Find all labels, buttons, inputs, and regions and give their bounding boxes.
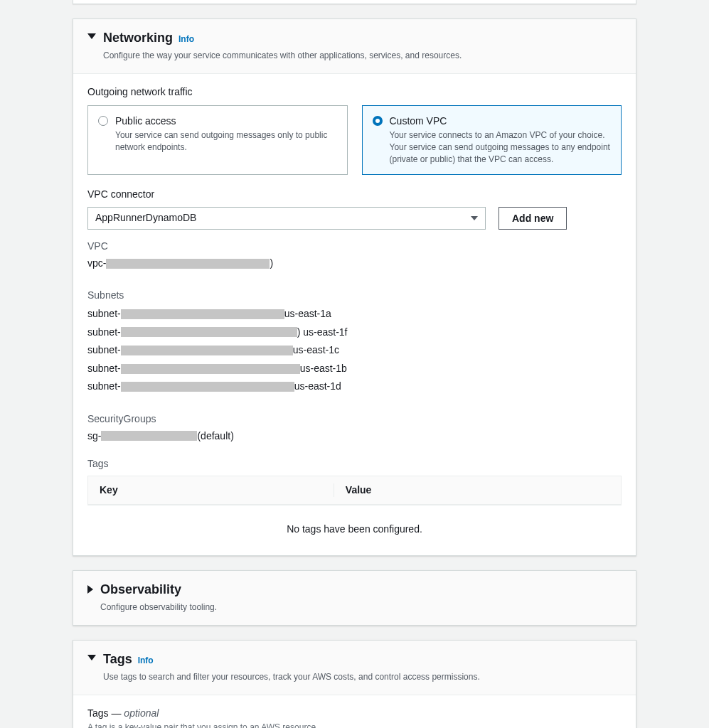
networking-header[interactable]: Networking Info Configure the way your s… [73, 19, 636, 74]
redacted-subnet-id [121, 309, 284, 319]
tags-hint: A tag is a key-value pair that you assig… [87, 722, 622, 728]
public-access-desc: Your service can send outgoing messages … [115, 129, 337, 154]
subnet-item: subnet- us-east-1d [87, 380, 622, 394]
redacted-subnet-id [121, 327, 297, 337]
redacted-subnet-id [121, 382, 294, 392]
tags-table: Key Value [87, 476, 622, 506]
vpc-connector-value: AppRunnerDynamoDB [95, 211, 196, 225]
public-access-title: Public access [115, 114, 337, 129]
security-group-value: sg- (default) [87, 429, 622, 444]
observability-desc: Configure observability tooling. [100, 601, 217, 614]
vpc-value: vpc- ) [87, 257, 622, 271]
observability-title: Observability [100, 581, 181, 599]
tags-col-key: Key [100, 483, 334, 498]
public-access-option[interactable]: Public access Your service can send outg… [87, 105, 348, 175]
tags-panel: Tags Info Use tags to search and filter … [73, 640, 636, 728]
tags-empty-message: No tags have been configured. [87, 505, 622, 541]
redacted-subnet-id [121, 364, 300, 374]
subnet-item: subnet- us-east-1a [87, 307, 622, 321]
custom-vpc-option[interactable]: Custom VPC Your service connects to an A… [362, 105, 622, 175]
tags-info-link[interactable]: Info [138, 655, 154, 667]
vpc-label: VPC [87, 240, 622, 254]
tags-label: Tags [87, 457, 622, 471]
networking-desc: Configure the way your service communica… [103, 50, 462, 62]
redacted-subnet-id [121, 346, 293, 355]
tags-desc: Use tags to search and filter your resou… [103, 671, 480, 683]
security-groups-label: SecurityGroups [87, 412, 622, 427]
tags-title: Tags [103, 651, 132, 668]
custom-vpc-desc: Your service connects to an Amazon VPC o… [390, 129, 612, 165]
subnets-label: Subnets [87, 289, 622, 303]
subnet-item: subnet- us-east-1b [87, 362, 622, 376]
subnet-item: subnet-) us-east-1f [87, 326, 622, 340]
networking-panel: Networking Info Configure the way your s… [73, 18, 636, 556]
radio-unchecked-icon [98, 116, 108, 126]
networking-info-link[interactable]: Info [178, 33, 194, 46]
chevron-down-icon [471, 216, 478, 220]
outgoing-traffic-label: Outgoing network traffic [87, 85, 622, 100]
vpc-connector-label: VPC connector [87, 188, 622, 202]
networking-title: Networking [103, 29, 173, 47]
radio-checked-icon [373, 116, 383, 126]
caret-down-icon [87, 655, 96, 660]
tags-col-value: Value [334, 483, 609, 498]
caret-right-icon [87, 585, 93, 594]
caret-down-icon [87, 33, 96, 39]
redacted-vpc-id [106, 259, 270, 269]
tags-sub-label: Tags — optional [87, 707, 622, 721]
observability-header[interactable]: Observability Configure observability to… [73, 571, 636, 625]
custom-vpc-title: Custom VPC [390, 114, 612, 129]
vpc-connector-select[interactable]: AppRunnerDynamoDB [87, 207, 486, 230]
subnet-item: subnet- us-east-1c [87, 343, 622, 358]
previous-panel-edge [73, 0, 636, 4]
observability-panel: Observability Configure observability to… [73, 570, 636, 626]
redacted-sg-id [101, 431, 197, 441]
tags-header[interactable]: Tags Info Use tags to search and filter … [73, 641, 636, 695]
subnets-list: subnet- us-east-1asubnet-) us-east-1fsub… [87, 307, 622, 394]
add-new-button[interactable]: Add new [499, 207, 567, 230]
